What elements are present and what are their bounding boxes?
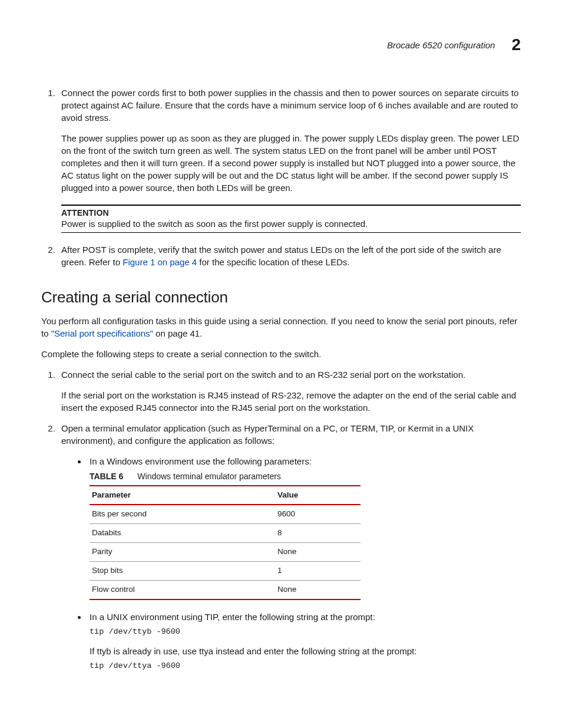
page: Brocade 6520 configuration 2 Connect the… — [0, 0, 562, 728]
step-2-para: After POST is complete, verify that the … — [61, 243, 521, 268]
header-title: Brocade 6520 configuration — [387, 40, 495, 50]
bullet-unix-note: If ttyb is already in use, use ttya inst… — [90, 645, 521, 657]
code-ttya: tip /dev/ttya -9600 — [90, 661, 521, 672]
table-row: Flow control None — [90, 581, 361, 599]
step-1: Connect the power cords first to both po… — [58, 87, 521, 194]
th-value: Value — [275, 486, 361, 505]
cell-param: Databits — [90, 524, 275, 543]
table-row: Databits 8 — [90, 524, 361, 543]
page-header: Brocade 6520 configuration 2 — [41, 35, 521, 54]
bullet-unix-text: In a UNIX environment using TIP, enter t… — [90, 612, 375, 622]
sub-bullets: In a Windows environment use the followi… — [75, 455, 521, 672]
cell-param: Flow control — [90, 581, 275, 599]
attention-box: ATTENTION Power is supplied to the switc… — [61, 205, 521, 233]
intro-para-2: Complete the following steps to create a… — [41, 348, 521, 360]
attention-label: ATTENTION — [61, 208, 521, 218]
cell-param: Bits per second — [90, 505, 275, 523]
bullet-unix: In a UNIX environment using TIP, enter t… — [87, 611, 521, 672]
table-row: Parity None — [90, 543, 361, 562]
step-1-para-2: The power supplies power up as soon as t… — [61, 132, 521, 194]
procedure-b: Connect the serial cable to the serial p… — [41, 368, 521, 672]
step-b1-para-2: If the serial port on the workstation is… — [61, 389, 521, 414]
table-label: TABLE 6 — [90, 472, 123, 481]
step-2: After POST is complete, verify that the … — [58, 243, 521, 268]
bullet-windows-text: In a Windows environment use the followi… — [90, 456, 312, 466]
cell-value: 8 — [275, 524, 361, 543]
bullet-windows: In a Windows environment use the followi… — [87, 455, 521, 600]
intro-para: You perform all configuration tasks in t… — [41, 315, 521, 340]
intro-post: on page 41. — [153, 328, 202, 338]
cell-param: Parity — [90, 543, 275, 562]
step-b2-para-1: Open a terminal emulator application (su… — [61, 422, 521, 447]
step-b1: Connect the serial cable to the serial p… — [58, 368, 521, 414]
table-header-row: Parameter Value — [90, 486, 361, 505]
step-b2: Open a terminal emulator application (su… — [58, 422, 521, 672]
cell-value: 9600 — [275, 505, 361, 523]
params-table: Parameter Value Bits per second 9600 — [90, 485, 361, 600]
serial-spec-link[interactable]: "Serial port specifications" — [51, 328, 153, 338]
table-caption-text: Windows terminal emulator parameters — [137, 472, 281, 481]
code-ttyb: tip /dev/ttyb -9600 — [90, 627, 521, 638]
procedure-a-cont: After POST is complete, verify that the … — [41, 243, 521, 268]
cell-value: None — [275, 543, 361, 562]
attention-body: Power is supplied to the switch as soon … — [61, 219, 521, 229]
table-row: Stop bits 1 — [90, 562, 361, 581]
cell-value: 1 — [275, 562, 361, 581]
table-row: Bits per second 9600 — [90, 505, 361, 523]
step-1-para-1: Connect the power cords first to both po… — [61, 87, 521, 124]
step-b1-para-1: Connect the serial cable to the serial p… — [61, 368, 521, 381]
procedure-a: Connect the power cords first to both po… — [41, 87, 521, 194]
figure-1-link[interactable]: Figure 1 on page 4 — [123, 257, 197, 267]
cell-value: None — [275, 581, 361, 599]
th-parameter: Parameter — [90, 486, 275, 505]
step-2-post: for the specific location of these LEDs. — [197, 257, 349, 267]
section-heading: Creating a serial connection — [41, 288, 521, 307]
cell-param: Stop bits — [90, 562, 275, 581]
table-caption: TABLE 6Windows terminal emulator paramet… — [90, 471, 521, 483]
chapter-number: 2 — [511, 35, 521, 54]
table-wrapper: TABLE 6Windows terminal emulator paramet… — [90, 471, 521, 600]
